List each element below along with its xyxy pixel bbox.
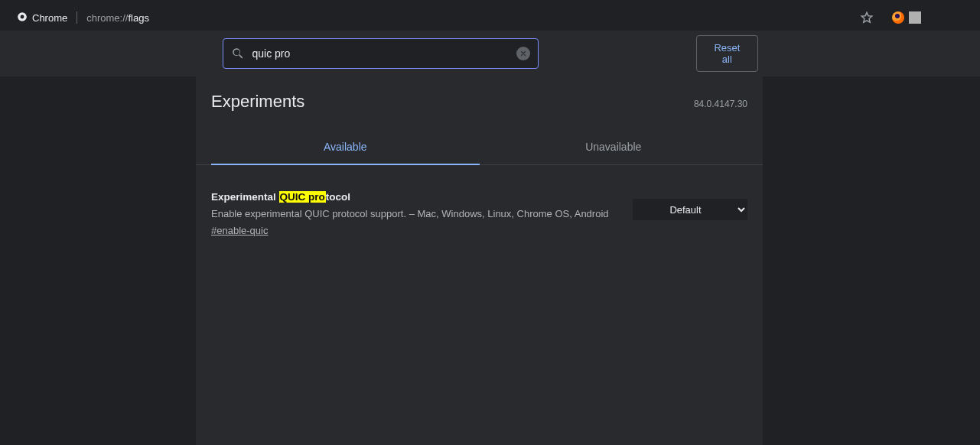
flag-title-highlight: QUIC pro — [279, 191, 326, 203]
extension-placeholder-icon[interactable] — [909, 11, 921, 24]
tab-available[interactable]: Available — [211, 132, 480, 165]
clear-search-button[interactable] — [516, 47, 530, 60]
page-body: Experiments 84.0.4147.30 Available Unava… — [0, 76, 980, 445]
flag-anchor-link[interactable]: #enable-quic — [211, 225, 268, 236]
svg-point-1 — [21, 15, 24, 18]
reset-all-button[interactable]: Reset all — [696, 35, 757, 72]
page-title: Experiments — [211, 92, 304, 112]
flag-title-pre: Experimental — [211, 191, 279, 203]
chrome-version: 84.0.4147.30 — [694, 99, 747, 109]
url-path: flags — [128, 12, 148, 24]
search-input[interactable] — [252, 47, 510, 60]
flag-description: Enable experimental QUIC protocol suppor… — [211, 207, 610, 222]
flag-state-select[interactable]: Default — [633, 199, 747, 220]
close-icon — [519, 50, 527, 57]
site-identity-label: Chrome — [32, 12, 67, 24]
chrome-icon — [17, 11, 28, 24]
tabs: Available Unavailable — [196, 132, 763, 165]
flags-toolbar: Reset all — [0, 31, 980, 76]
search-icon — [231, 47, 245, 60]
separator — [77, 11, 77, 24]
url-display: chrome://flags — [86, 12, 149, 24]
left-gutter — [0, 76, 196, 445]
content-panel: Experiments 84.0.4147.30 Available Unava… — [196, 76, 763, 445]
omnibox[interactable]: Chrome chrome://flags — [8, 7, 887, 28]
extension-icon[interactable] — [892, 11, 904, 24]
address-bar-row: Chrome chrome://flags — [0, 8, 980, 31]
tab-unavailable[interactable]: Unavailable — [480, 132, 748, 164]
flag-item: Experimental QUIC protocol Enable experi… — [211, 191, 747, 237]
flag-title-post: tocol — [326, 191, 350, 203]
flag-title: Experimental QUIC protocol — [211, 191, 610, 203]
search-field-wrapper[interactable] — [223, 38, 539, 69]
bookmark-star-icon[interactable] — [860, 11, 874, 24]
site-identity: Chrome — [17, 11, 67, 24]
right-gutter — [763, 76, 980, 445]
flag-list: Experimental QUIC protocol Enable experi… — [196, 165, 763, 237]
url-prefix: chrome:// — [86, 12, 128, 24]
omnibox-actions — [860, 11, 878, 24]
